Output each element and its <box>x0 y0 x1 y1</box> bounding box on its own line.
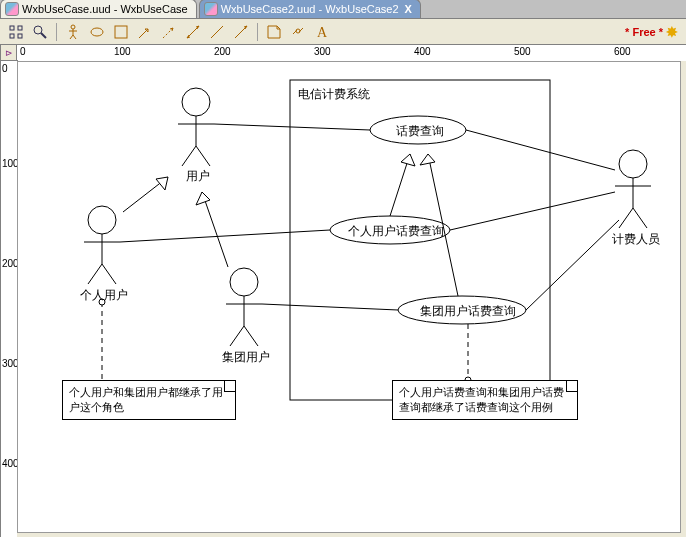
svg-line-39 <box>633 208 647 228</box>
free-label: * Free * <box>625 26 663 38</box>
svg-rect-3 <box>18 34 22 38</box>
svg-line-5 <box>41 33 46 38</box>
tab-inactive[interactable]: WxbUseCase.uud - WxbUseCase <box>0 0 197 18</box>
actor-personal[interactable] <box>84 206 120 284</box>
ruler-tick: 0 <box>20 46 26 57</box>
ruler-tick: 400 <box>414 46 431 57</box>
star-icon: ✸ <box>666 24 678 40</box>
ruler-tick: 600 <box>614 46 631 57</box>
system-tool-icon[interactable] <box>111 22 131 42</box>
uml-file-icon <box>5 2 19 16</box>
usecase-tool-icon[interactable] <box>87 22 107 42</box>
svg-point-30 <box>230 268 258 296</box>
vertical-ruler: 0 100 200 300 400 <box>0 60 18 537</box>
app-window: WxbUseCase.uud - WxbUseCase WxbUseCase2.… <box>0 0 686 537</box>
close-icon[interactable]: X <box>405 3 412 15</box>
note-text: 个人用户话费查询和集团用户话费查询都继承了话费查询这个用例 <box>399 386 564 413</box>
ruler-tick: 300 <box>314 46 331 57</box>
svg-rect-0 <box>10 26 14 30</box>
directed-assoc-tool-icon[interactable] <box>231 22 251 42</box>
gen-personalquery-query[interactable] <box>390 154 415 216</box>
svg-line-29 <box>102 264 116 284</box>
toolbar: A * Free * ✸ <box>0 19 686 46</box>
svg-point-20 <box>182 88 210 116</box>
tab-active[interactable]: WxbUseCase2.uud - WxbUseCase2 X <box>199 0 421 18</box>
tab-bar: WxbUseCase.uud - WxbUseCase WxbUseCase2.… <box>0 0 686 19</box>
horizontal-ruler: 0 100 200 300 400 500 600 <box>16 44 686 62</box>
note-usecases[interactable]: 个人用户话费查询和集团用户话费查询都继承了话费查询这个用例 <box>392 380 578 420</box>
svg-point-11 <box>91 28 103 36</box>
canvas-viewport[interactable]: 电信计费系统 <box>17 61 686 537</box>
assoc-group[interactable] <box>262 304 398 310</box>
text-tool-icon[interactable]: A <box>312 22 332 42</box>
svg-line-23 <box>182 146 196 166</box>
ruler-tick: 100 <box>114 46 131 57</box>
association-tool-icon[interactable] <box>207 22 227 42</box>
note-tool-icon[interactable] <box>264 22 284 42</box>
actor-label-user[interactable]: 用户 <box>186 168 210 185</box>
svg-line-33 <box>230 326 244 346</box>
assoc-personal[interactable] <box>120 230 330 242</box>
association-bi-tool-icon[interactable] <box>183 22 203 42</box>
tab-label: WxbUseCase2.uud - WxbUseCase2 <box>221 3 399 15</box>
svg-line-9 <box>70 35 73 39</box>
note-fold-icon <box>224 381 235 392</box>
actor-billing[interactable] <box>615 150 651 228</box>
note-link-tool-icon[interactable] <box>288 22 308 42</box>
actor-group[interactable] <box>226 268 262 346</box>
assoc-billing-personal[interactable] <box>450 192 615 230</box>
svg-rect-12 <box>115 26 127 38</box>
svg-line-16 <box>211 26 223 38</box>
gen-group-user[interactable] <box>196 192 228 267</box>
note-actors[interactable]: 个人用户和集团用户都继承了用户这个角色 <box>62 380 236 420</box>
zoom-tool-icon[interactable] <box>30 22 50 42</box>
assoc-billing-group[interactable] <box>526 220 619 310</box>
tab-label: WxbUseCase.uud - WxbUseCase <box>22 3 188 15</box>
free-badge: * Free * ✸ <box>625 24 682 40</box>
actor-tool-icon[interactable] <box>63 22 83 42</box>
svg-line-34 <box>244 326 258 346</box>
actor-user[interactable] <box>178 88 214 166</box>
uml-file-icon <box>204 2 218 16</box>
select-tool-icon[interactable] <box>6 22 26 42</box>
svg-line-24 <box>196 146 210 166</box>
svg-point-35 <box>619 150 647 178</box>
svg-point-4 <box>34 26 42 34</box>
diagram-canvas[interactable]: 电信计费系统 <box>17 61 681 533</box>
ruler-tick: 0 <box>2 63 8 74</box>
svg-line-28 <box>88 264 102 284</box>
svg-text:A: A <box>317 25 328 40</box>
usecase-label-group[interactable]: 集团用户话费查询 <box>420 303 516 320</box>
assoc-user-query[interactable] <box>214 124 370 130</box>
usecase-label-query[interactable]: 话费查询 <box>396 123 444 140</box>
generalization-tool-icon[interactable] <box>135 22 155 42</box>
svg-rect-1 <box>18 26 22 30</box>
gen-personal-user[interactable] <box>123 177 168 212</box>
assoc-billing-query[interactable] <box>466 130 615 170</box>
svg-point-25 <box>88 206 116 234</box>
svg-rect-2 <box>10 34 14 38</box>
svg-line-14 <box>163 28 173 38</box>
svg-line-38 <box>619 208 633 228</box>
note-text: 个人用户和集团用户都继承了用户这个角色 <box>69 386 223 413</box>
ruler-corner-glyph: ⊳ <box>5 48 13 58</box>
ruler-tick: 500 <box>514 46 531 57</box>
svg-line-41 <box>202 192 228 267</box>
usecase-label-personal[interactable]: 个人用户话费查询 <box>348 223 444 240</box>
actor-label-billing[interactable]: 计费人员 <box>612 231 660 248</box>
ruler-tick: 200 <box>214 46 231 57</box>
note-fold-icon <box>566 381 577 392</box>
svg-point-6 <box>71 25 75 29</box>
actor-label-personal[interactable]: 个人用户 <box>80 287 128 304</box>
dependency-tool-icon[interactable] <box>159 22 179 42</box>
actor-label-group[interactable]: 集团用户 <box>222 349 270 366</box>
svg-line-10 <box>73 35 76 39</box>
